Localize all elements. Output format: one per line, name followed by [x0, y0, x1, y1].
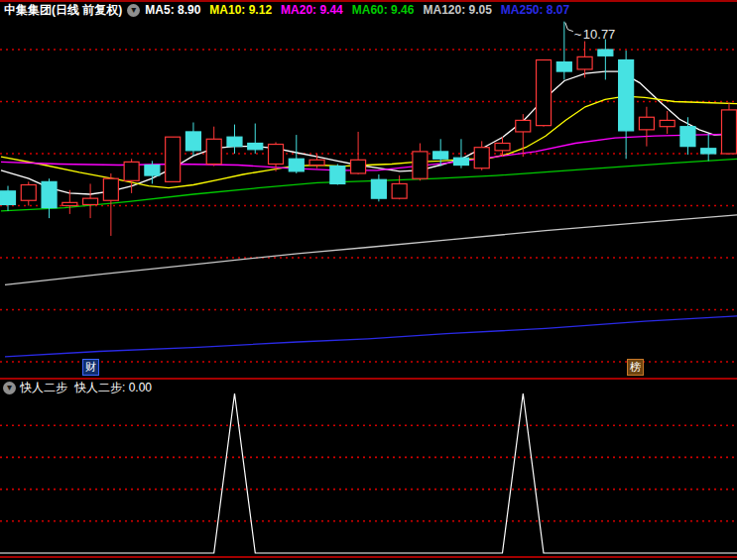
- candle-body: [474, 148, 489, 168]
- main-chart-header: 中集集团(日线 前复权) ▾ MA5: 8.90MA10: 9.12MA20: …: [0, 2, 737, 18]
- candle-body: [495, 144, 510, 151]
- indicator-name: 快人二步: [20, 381, 67, 394]
- candle-body: [330, 167, 345, 184]
- indicator-signal-line: [0, 393, 737, 553]
- candle-body: [124, 162, 139, 180]
- annotation-tilde: ~: [574, 27, 582, 42]
- high-price-label: 10.77: [583, 27, 616, 42]
- candle-body: [166, 137, 181, 181]
- candle-body: [577, 56, 592, 69]
- annotation-pointer: [565, 23, 573, 32]
- candle-body: [392, 183, 407, 198]
- ma-label: MA120: 9.05: [423, 3, 491, 17]
- candle-body: [639, 117, 654, 130]
- badge-finance-tag[interactable]: 财: [82, 359, 99, 376]
- candle-body: [289, 159, 304, 171]
- candle-body: [537, 60, 552, 126]
- ma-label: MA60: 9.46: [352, 3, 415, 17]
- candle-body: [248, 144, 263, 150]
- ma-label: MA10: 9.12: [209, 3, 272, 17]
- candle-body: [721, 110, 736, 154]
- ma-label: MA250: 8.07: [501, 3, 569, 17]
- stock-title: 中集集团(日线 前复权): [4, 2, 122, 18]
- candle-body: [660, 120, 675, 126]
- candle-body: [619, 60, 634, 131]
- stock-chart-app: 中集集团(日线 前复权) ▾ MA5: 8.90MA10: 9.12MA20: …: [0, 0, 737, 560]
- ma-label: MA5: 8.90: [145, 3, 200, 17]
- candle-body: [1, 191, 16, 205]
- candle-body: [62, 202, 77, 205]
- candle-body: [598, 50, 613, 56]
- candle-body: [21, 185, 36, 201]
- indicator-chart[interactable]: [0, 380, 737, 560]
- candle-body: [453, 158, 468, 165]
- candle-body: [680, 127, 695, 147]
- candle-body: [42, 181, 57, 207]
- indicator-value: 快人二步: 0.00: [74, 381, 152, 394]
- candle-body: [145, 166, 160, 176]
- badge-rank-tag[interactable]: 榜: [627, 359, 644, 376]
- candle-body: [269, 145, 284, 165]
- candle-body: [371, 179, 386, 198]
- ma-line-ma120: [5, 215, 737, 284]
- candle-body: [185, 132, 200, 151]
- candlestick-chart[interactable]: ~10.77: [0, 18, 737, 378]
- candle-body: [83, 198, 98, 204]
- candle-body: [516, 120, 531, 132]
- candle-body: [227, 137, 242, 146]
- chevron-down-icon[interactable]: ▾: [127, 4, 140, 17]
- candle-body: [103, 178, 118, 200]
- ma-value-labels: MA5: 8.90MA10: 9.12MA20: 9.44MA60: 9.46M…: [145, 2, 578, 18]
- candle-body: [701, 149, 716, 154]
- candle-body: [433, 152, 448, 159]
- indicator-panel-header: ▾ 快人二步 快人二步: 0.00: [0, 381, 152, 394]
- ma-label: MA20: 9.44: [281, 3, 343, 17]
- chevron-down-icon[interactable]: ▾: [3, 382, 16, 394]
- candle-body: [351, 160, 366, 173]
- candle-body: [206, 139, 221, 164]
- candle-body: [413, 152, 428, 178]
- ma-line-ma250: [5, 316, 737, 357]
- candle-body: [556, 62, 571, 71]
- candle-body: [309, 160, 324, 165]
